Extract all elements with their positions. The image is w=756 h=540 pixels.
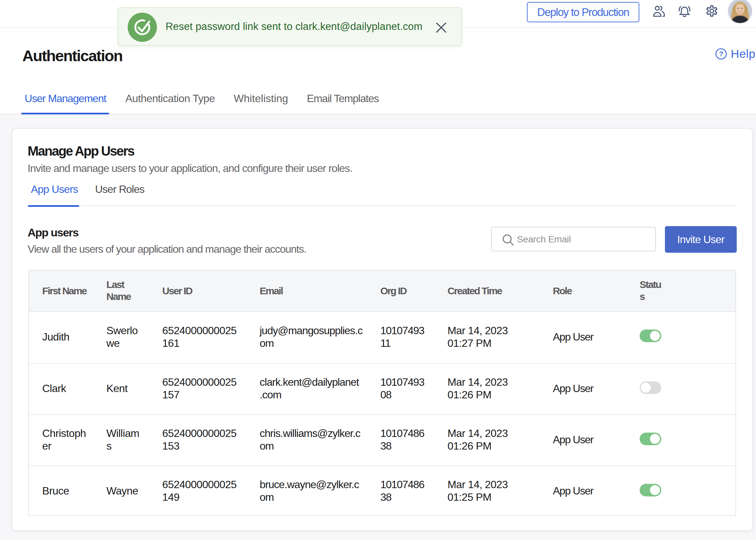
- svg-text:?: ?: [719, 50, 723, 58]
